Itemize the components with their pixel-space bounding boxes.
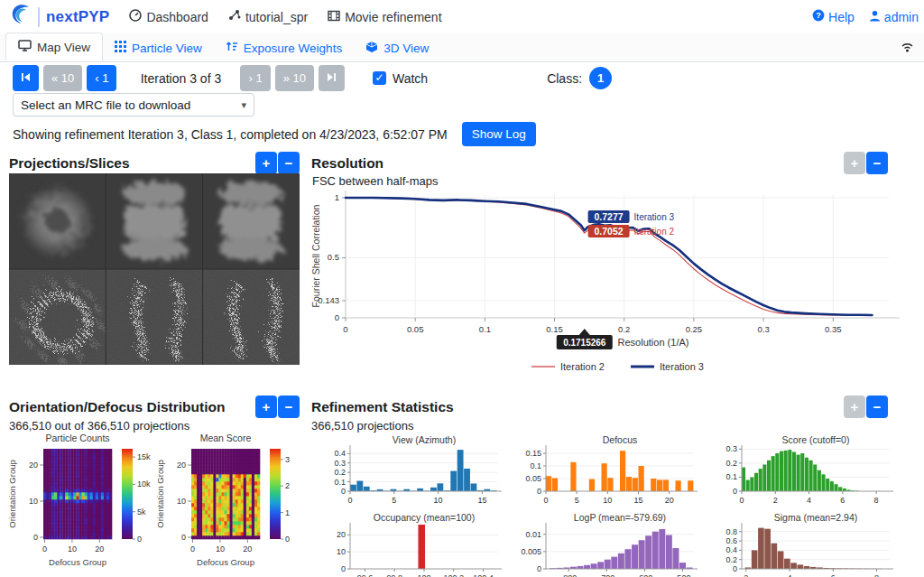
nav-item-block[interactable]: Movie refinement	[328, 10, 441, 24]
tab-map-view[interactable]: Map View	[5, 33, 103, 61]
nextpyp-logo-icon	[11, 4, 32, 30]
forward-10-button[interactable]: » 10	[275, 65, 314, 91]
brand-name[interactable]: nextPYP	[46, 8, 109, 26]
svg-text:Defocus Group: Defocus Group	[197, 557, 254, 567]
svg-text:2: 2	[773, 496, 778, 505]
svg-text:1: 1	[335, 192, 339, 202]
svg-text:Iteration 2: Iteration 2	[560, 361, 605, 372]
class-selector: Class: 1	[547, 67, 612, 89]
class-1-badge[interactable]: 1	[589, 67, 612, 89]
svg-text:99.6: 99.6	[357, 573, 374, 577]
resolution-panel-title: Resolution	[311, 155, 383, 172]
svg-text:0: 0	[343, 324, 347, 334]
svg-text:-800: -800	[560, 573, 577, 577]
nav-item-project[interactable]: tutorial_spr	[228, 9, 308, 24]
svg-text:0.5: 0.5	[328, 252, 339, 262]
nav-item-label: tutorial_spr	[245, 10, 308, 24]
svg-text:0.3: 0.3	[725, 444, 737, 453]
tab-label: 3D View	[383, 42, 429, 55]
resolution-zoom-controls: + −	[844, 152, 888, 174]
svg-text:6: 6	[831, 573, 836, 577]
svg-text:0.05: 0.05	[407, 324, 424, 334]
fsc-chart[interactable]: 10.50.143000.050.10.150.20.250.30.35Four…	[311, 183, 918, 385]
statistics-zoom-out-button[interactable]: −	[866, 396, 888, 418]
svg-text:10: 10	[29, 497, 38, 506]
view-azimuth-histogram: View (Azimuth)00.10.20.30.4051015	[314, 435, 505, 516]
resolution-zoom-out-button[interactable]: −	[866, 152, 888, 174]
iteration-label: Iteration 3 of 3	[135, 71, 226, 86]
svg-text:0.2: 0.2	[618, 324, 630, 334]
watch-toggle[interactable]: ✓ Watch	[373, 71, 428, 86]
watch-checkbox[interactable]: ✓	[373, 71, 386, 85]
svg-text:15: 15	[477, 496, 486, 505]
svg-text:0: 0	[543, 496, 548, 505]
resolution-zoom-in-button[interactable]: +	[844, 152, 865, 174]
svg-text:10: 10	[177, 497, 186, 506]
help-icon: ?	[812, 9, 825, 24]
svg-text:0.4: 0.4	[725, 545, 737, 554]
show-log-button[interactable]: Show Log	[462, 122, 536, 146]
statistics-zoom-in-button[interactable]: +	[844, 396, 865, 418]
svg-text:0.2: 0.2	[725, 555, 737, 564]
projections-zoom-in-button[interactable]: +	[255, 152, 277, 174]
brand[interactable]: nextPYP	[11, 4, 109, 30]
particle-view-icon	[115, 41, 126, 55]
mean-score-heatmap: Mean Score0102001020Orientation GroupDef…	[155, 433, 300, 577]
orientation-zoom-in-button[interactable]: +	[255, 396, 277, 418]
signal-icon[interactable]	[900, 40, 915, 55]
skip-end-icon	[327, 71, 337, 85]
svg-text:0.7052: 0.7052	[595, 226, 624, 237]
svg-text:0: 0	[537, 487, 541, 496]
svg-text:Orientation Group: Orientation Group	[155, 460, 165, 528]
movie-refinement-icon	[328, 10, 340, 24]
tab-exposure-weights[interactable]: Exposure Weights	[214, 34, 354, 61]
svg-text:5: 5	[392, 496, 396, 505]
svg-text:10k: 10k	[137, 479, 151, 489]
svg-text:View (Azimuth): View (Azimuth)	[393, 435, 456, 445]
app-window: nextPYP Dashboard tutorial_spr Movie ref…	[0, 0, 924, 577]
last-iteration-button[interactable]	[319, 65, 345, 91]
svg-text:6: 6	[840, 496, 845, 505]
svg-text:Iteration 3: Iteration 3	[634, 212, 675, 222]
watch-label: Watch	[393, 71, 428, 86]
svg-text:10: 10	[603, 496, 612, 505]
svg-text:0: 0	[190, 544, 195, 554]
svg-text:Sigma (mean=2.94): Sigma (mean=2.94)	[774, 513, 858, 523]
orientation-panel-title: Orientation/Defocus Distribution	[9, 399, 225, 415]
back-1-button[interactable]: ‹ 1	[87, 65, 116, 91]
brand-divider	[38, 7, 40, 27]
svg-text:100: 100	[417, 573, 430, 577]
back-10-button[interactable]: « 10	[43, 65, 82, 91]
nav-item-dashboard[interactable]: Dashboard	[129, 9, 208, 24]
svg-text:99.8: 99.8	[386, 573, 402, 577]
svg-text:0.1: 0.1	[530, 461, 541, 470]
svg-text:10: 10	[216, 544, 225, 554]
tab-particle-view[interactable]: Particle View	[103, 34, 214, 61]
mrc-file-select[interactable]: Select an MRC file to download ▾	[13, 93, 254, 116]
help-link[interactable]: ? Help	[812, 9, 855, 24]
svg-text:Iteration 2: Iteration 2	[634, 227, 675, 237]
projections-zoom-controls: + −	[255, 152, 300, 174]
occupancy-histogram: Occupancy (mean=100)0102099.699.8100100.…	[314, 513, 505, 577]
svg-text:0: 0	[33, 533, 38, 542]
forward-1-button[interactable]: › 1	[240, 65, 270, 91]
svg-text:0.15: 0.15	[525, 449, 541, 458]
svg-text:8: 8	[874, 573, 879, 577]
svg-text:0.1: 0.1	[334, 478, 346, 487]
user-menu[interactable]: admin	[869, 10, 919, 24]
projections-panel-title: Projections/Slices	[9, 155, 130, 172]
orientation-zoom-out-button[interactable]: −	[278, 396, 300, 418]
projections-zoom-out-button[interactable]: −	[278, 152, 300, 174]
svg-text:0.4: 0.4	[334, 449, 346, 458]
svg-text:4: 4	[807, 496, 811, 505]
first-iteration-button[interactable]	[13, 65, 39, 91]
svg-text:8: 8	[874, 496, 879, 505]
svg-text:Score (cutoff=0): Score (cutoff=0)	[782, 435, 850, 445]
tab-3d-view[interactable]: 3D View	[354, 34, 440, 61]
svg-text:0.1: 0.1	[725, 472, 737, 481]
score-histogram: Score (cutoff=0)00.10.20.302468	[706, 435, 897, 516]
svg-text:3: 3	[285, 455, 290, 464]
svg-text:?: ?	[816, 11, 821, 20]
statistics-zoom-controls: + −	[844, 396, 888, 418]
svg-text:0.2: 0.2	[334, 468, 346, 477]
